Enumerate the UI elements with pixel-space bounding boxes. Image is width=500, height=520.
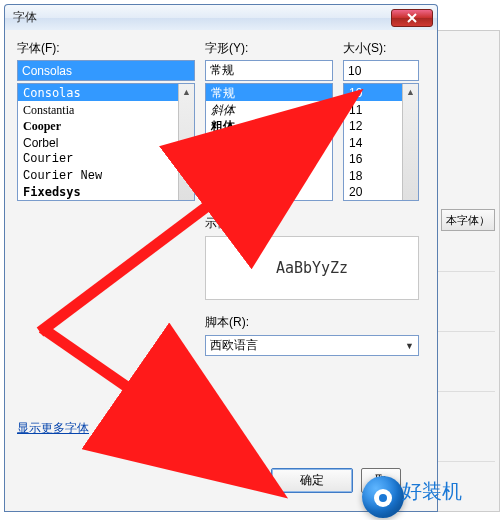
script-label: 脚本(R): [205, 314, 419, 331]
list-item[interactable]: Corbel [18, 134, 194, 151]
font-label: 字体(F): [17, 40, 195, 57]
size-list[interactable]: 10 11 12 14 16 18 20 ▲ [343, 83, 419, 201]
right-panel-button[interactable]: 本字体） [441, 209, 495, 231]
list-item[interactable]: 粗体 斜体 [206, 134, 332, 151]
font-list[interactable]: Consolas Constantia Cooper Corbel Courie… [17, 83, 195, 201]
list-item[interactable]: Courier [18, 150, 194, 167]
sample-group: 示例 AaBbYyZz [205, 215, 419, 300]
scroll-up-icon[interactable]: ▲ [179, 84, 194, 100]
list-item[interactable]: Fixedsys [18, 183, 194, 200]
font-column: 字体(F): Consolas Constantia Cooper Corbel… [17, 40, 195, 201]
size-column: 大小(S): 10 11 12 14 16 18 20 ▲ [343, 40, 419, 201]
close-button[interactable] [391, 9, 433, 27]
style-list[interactable]: 常规 斜体 粗体 粗体 斜体 [205, 83, 333, 201]
scrollbar[interactable]: ▲ [178, 84, 194, 200]
right-panel: 本字体） [438, 30, 500, 512]
list-item[interactable]: 斜体 [206, 101, 332, 118]
list-item[interactable]: Consolas [18, 84, 194, 101]
sample-label: 示例 [205, 215, 419, 232]
list-item[interactable]: Cooper [18, 117, 194, 134]
watermark-text: 好装机 [402, 478, 462, 505]
list-item[interactable]: Constantia [18, 101, 194, 118]
font-size-input[interactable] [343, 60, 419, 81]
script-value: 西欧语言 [210, 337, 258, 354]
chevron-down-icon: ▼ [405, 341, 414, 351]
titlebar: 字体 [4, 4, 438, 30]
style-label: 字形(Y): [205, 40, 333, 57]
ok-button[interactable]: 确定 [271, 468, 353, 493]
script-group: 脚本(R): 西欧语言 ▼ [205, 314, 419, 356]
window-title: 字体 [13, 9, 37, 26]
size-label: 大小(S): [343, 40, 419, 57]
show-more-fonts-link[interactable]: 显示更多字体 [17, 420, 89, 437]
style-column: 字形(Y): 常规 斜体 粗体 粗体 斜体 [205, 40, 333, 201]
font-style-input[interactable] [205, 60, 333, 81]
watermark-icon [362, 476, 404, 518]
sample-preview: AaBbYyZz [205, 236, 419, 300]
list-item[interactable]: 常规 [206, 84, 332, 101]
scrollbar[interactable]: ▲ [402, 84, 418, 200]
close-icon [406, 13, 418, 23]
script-combobox[interactable]: 西欧语言 ▼ [205, 335, 419, 356]
font-name-input[interactable] [17, 60, 195, 81]
list-item[interactable]: 粗体 [206, 117, 332, 134]
scroll-up-icon[interactable]: ▲ [403, 84, 418, 100]
font-dialog: 字体(F): Consolas Constantia Cooper Corbel… [4, 30, 438, 512]
list-item[interactable]: Courier New [18, 167, 194, 184]
